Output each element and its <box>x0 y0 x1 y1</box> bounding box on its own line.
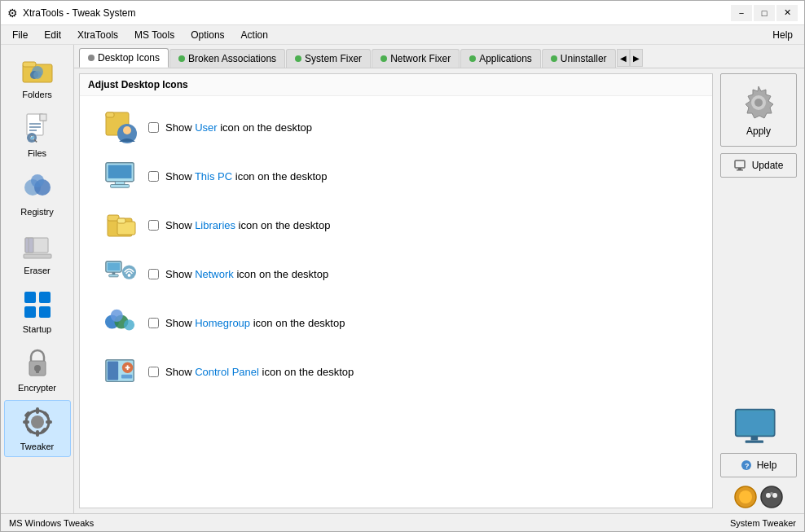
svg-rect-30 <box>36 430 39 437</box>
controlpanel-label-text: Show Control Panel icon on the desktop <box>165 366 354 378</box>
sidebar-files-label: Files <box>28 148 46 158</box>
svg-rect-71 <box>737 169 743 171</box>
svg-rect-18 <box>24 254 51 258</box>
menu-options[interactable]: Options <box>183 28 232 42</box>
sidebar-tweaker-label: Tweaker <box>20 442 55 451</box>
tab-dot-apps <box>469 55 476 62</box>
sidebar-item-registry[interactable]: Registry <box>4 165 71 222</box>
user-checkbox[interactable] <box>148 122 159 133</box>
title-bar: ⚙ XtraTools - Tweak System − □ ✕ <box>1 1 804 25</box>
encrypter-icon <box>21 347 54 380</box>
tab-nav-left[interactable]: ◀ <box>617 49 630 67</box>
monitor-small-icon <box>734 160 747 171</box>
user-label-text: Show User icon on the desktop <box>165 121 312 134</box>
network-checkbox-label[interactable]: Show Network icon on the desktop <box>148 268 328 280</box>
svg-point-81 <box>761 486 782 508</box>
svg-rect-21 <box>39 292 51 303</box>
svg-rect-70 <box>738 168 741 169</box>
homegroup-desktop-icon <box>104 306 137 339</box>
svg-rect-63 <box>121 375 132 379</box>
apply-button[interactable]: Apply <box>720 73 797 147</box>
tabs: Desktop Icons Broken Associations System… <box>74 45 804 68</box>
help-label: Help <box>757 459 777 471</box>
branding-area <box>734 486 783 508</box>
menu-mstools[interactable]: MS Tools <box>126 28 183 42</box>
tab-nav-right[interactable]: ▶ <box>630 49 643 67</box>
sidebar-item-tweaker[interactable]: Tweaker <box>4 400 71 457</box>
controlpanel-checkbox[interactable] <box>148 367 159 377</box>
svg-rect-44 <box>111 184 130 187</box>
update-button[interactable]: Update <box>720 153 797 178</box>
thispc-checkbox-label[interactable]: Show This PC icon on the desktop <box>148 170 328 182</box>
sidebar-item-eraser[interactable]: Eraser <box>4 224 71 281</box>
maximize-button[interactable]: □ <box>754 5 775 21</box>
sidebar-item-folders[interactable]: Folders <box>4 48 71 105</box>
sidebar-item-encrypter[interactable]: Encrypter <box>4 341 71 398</box>
list-item: Show Homegroup icon on the desktop <box>96 300 696 345</box>
app-icon: ⚙ <box>7 7 18 20</box>
homegroup-label-text: Show Homegroup icon on the desktop <box>165 317 345 329</box>
menu-file[interactable]: File <box>4 28 36 42</box>
libraries-checkbox[interactable] <box>148 220 159 231</box>
menu-xtratools[interactable]: XtraTools <box>69 28 126 42</box>
title-bar-left: ⚙ XtraTools - Tweak System <box>7 7 136 20</box>
sidebar-registry-label: Registry <box>20 207 53 217</box>
sidebar-encrypter-label: Encrypter <box>18 383 56 393</box>
svg-rect-45 <box>108 165 132 178</box>
tab-dot-desktop <box>88 55 95 61</box>
controlpanel-checkbox-label[interactable]: Show Control Panel icon on the desktop <box>148 366 354 378</box>
svg-rect-32 <box>46 420 52 424</box>
libraries-checkbox-label[interactable]: Show Libraries icon on the desktop <box>148 219 330 231</box>
apply-label: Apply <box>746 125 771 137</box>
help-icon: ? <box>741 459 752 471</box>
list-item: Show User icon on the desktop <box>96 104 696 150</box>
content-area: Desktop Icons Broken Associations System… <box>74 45 804 513</box>
menu-help[interactable]: Help <box>764 28 801 42</box>
apply-gear-icon <box>739 83 778 122</box>
libraries-label-text: Show Libraries icon on the desktop <box>165 219 330 231</box>
menu-items: File Edit XtraTools MS Tools Options Act… <box>4 28 276 42</box>
tab-uninstaller[interactable]: Uninstaller <box>542 49 616 68</box>
svg-rect-75 <box>751 436 759 440</box>
tab-system-fixer[interactable]: System Fixer <box>286 49 371 68</box>
list-item: Show Network icon on the desktop <box>96 251 696 297</box>
svg-rect-53 <box>109 275 118 277</box>
help-button[interactable]: ? Help <box>720 453 797 477</box>
update-label: Update <box>752 160 784 171</box>
close-button[interactable]: ✕ <box>776 5 798 21</box>
homegroup-checkbox-label[interactable]: Show Homegroup icon on the desktop <box>148 317 345 329</box>
tab-label-broken-associations: Broken Associations <box>188 53 276 64</box>
tab-desktop-icons[interactable]: Desktop Icons <box>79 48 169 68</box>
menu-edit[interactable]: Edit <box>36 28 69 42</box>
svg-text:?: ? <box>745 462 750 470</box>
tweaker-icon <box>21 406 54 438</box>
homegroup-checkbox[interactable] <box>148 318 159 328</box>
tab-dot-network <box>381 55 387 62</box>
network-checkbox[interactable] <box>148 269 159 279</box>
status-bar: MS Windows Tweaks System Tweaker <box>1 513 804 531</box>
tab-network-fixer[interactable]: Network Fixer <box>372 49 460 68</box>
tab-applications[interactable]: Applications <box>460 49 541 68</box>
list-item: Show Libraries icon on the desktop <box>96 202 696 248</box>
title-bar-text: XtraTools - Tweak System <box>23 7 136 19</box>
status-right: System Tweaker <box>730 518 796 528</box>
svg-text:🔍: 🔍 <box>29 134 37 143</box>
sidebar-item-startup[interactable]: Startup <box>4 283 71 340</box>
tab-broken-associations[interactable]: Broken Associations <box>169 49 285 68</box>
svg-rect-20 <box>24 292 36 303</box>
main-panel: Adjust Desktop Icons <box>79 73 713 508</box>
svg-point-58 <box>111 310 123 322</box>
main-window: ⚙ XtraTools - Tweak System − □ ✕ File Ed… <box>0 0 805 532</box>
svg-rect-26 <box>36 369 39 373</box>
svg-rect-23 <box>39 306 51 318</box>
minimize-button[interactable]: − <box>731 5 752 21</box>
user-checkbox-label[interactable]: Show User icon on the desktop <box>148 121 312 134</box>
thispc-checkbox[interactable] <box>148 171 159 182</box>
svg-point-59 <box>124 319 134 330</box>
menu-action[interactable]: Action <box>233 28 276 42</box>
tab-label-network-fixer: Network Fixer <box>390 53 451 64</box>
eraser-icon <box>21 230 54 262</box>
tab-label-uninstaller: Uninstaller <box>561 53 607 64</box>
sidebar-item-files[interactable]: 🔍 Files <box>4 107 71 164</box>
svg-rect-61 <box>108 362 118 380</box>
